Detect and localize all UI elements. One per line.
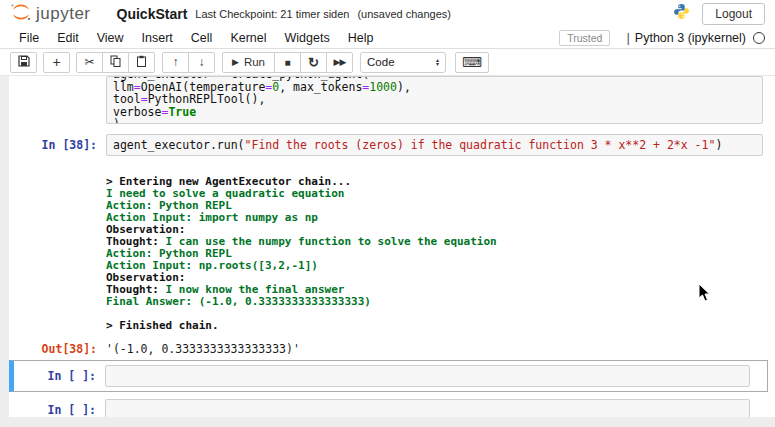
output-prompt: Out[38]: [9,338,106,356]
trusted-badge[interactable]: Trusted [559,30,610,46]
kernel-name: Python 3 (ipykernel) [635,31,746,45]
empty-cell[interactable]: In [ ]: [9,394,768,417]
plus-icon: + [52,54,60,70]
kernel-separator: | [626,30,629,45]
scissors-icon: ✂ [84,55,94,69]
selected-empty-cell[interactable]: In [ ]: [9,360,768,392]
output-area: > Entering new AgentExecutor chain... I … [9,176,775,332]
stop-icon: ■ [285,57,291,68]
arrow-up-icon: ↑ [173,55,179,69]
python-logo-icon [673,3,690,24]
stream-output-text: > Entering new AgentExecutor chain... I … [106,176,497,332]
menu-kernel[interactable]: Kernel [221,29,275,47]
clipboard-group: ✂ [76,52,155,73]
arrow-down-icon: ↓ [199,55,205,69]
paste-cell-button[interactable] [128,52,155,73]
output-result-row: Out[38]: '(-1.0, 0.3333333333333333)' [9,338,775,356]
copy-cell-button[interactable] [102,52,129,73]
fast-forward-icon: ▶▶ [334,57,346,67]
menu-help[interactable]: Help [339,29,383,47]
copy-icon [110,55,121,70]
move-cell-down-button[interactable]: ↓ [188,52,215,73]
output-result-value: '(-1.0, 0.3333333333333333)' [106,338,300,356]
select-arrows-icon: ▴▾ [436,58,439,66]
run-button[interactable]: ▶ Run [222,52,275,73]
menubar: File Edit View Insert Cell Kernel Widget… [0,27,775,49]
menu-file[interactable]: File [10,29,48,47]
cell-type-select[interactable]: Code ▴▾ [360,52,446,73]
text-segment: > Finished chain. [106,319,219,332]
empty-code-input[interactable] [105,399,750,417]
text-segment: 1000 [369,80,397,94]
input-prompt-hidden [9,76,106,80]
paste-icon [136,55,147,70]
menu-insert[interactable]: Insert [133,29,182,47]
output-line: > Finished chain. [106,320,497,332]
notebook-container: agent_executor = create_python_agent( ll… [9,76,775,417]
cell-type-value: Code [367,56,395,68]
menu-view[interactable]: View [88,29,133,47]
code-line: verbose=True [113,106,756,119]
text-segment: agent_executor.run( [113,138,245,152]
save-icon [18,55,30,70]
restart-run-all-button[interactable]: ▶▶ [326,52,353,73]
input-prompt: In [ ]: [14,365,105,383]
empty-code-input[interactable] [105,365,750,387]
menu-cell[interactable]: Cell [182,29,222,47]
input-prompt: In [38]: [9,134,106,152]
cut-cell-button[interactable]: ✂ [76,52,103,73]
text-segment: "Find the roots (zeros) if the quadratic… [245,138,716,152]
text-segment: verbose [113,105,161,119]
code-input-area[interactable]: agent_executor.run("Find the roots (zero… [106,134,763,156]
play-icon: ▶ [232,57,239,67]
text-segment: ) [715,138,722,152]
restart-icon: ↻ [308,55,319,70]
text-segment: , max_tokens [279,80,362,94]
notebook-site: agent_executor = create_python_agent( ll… [0,76,775,427]
input-prompt: In [ ]: [14,399,105,417]
cell-partial-code: agent_executor = create_python_agent( ll… [9,76,775,124]
jupyter-logo[interactable]: jupyter [10,2,91,26]
code-input-area[interactable]: agent_executor = create_python_agent( ll… [106,76,763,124]
output-line: Final Answer: (-1.0, 0.3333333333333333) [106,296,497,308]
run-label: Run [244,56,265,68]
jupyter-wordmark: jupyter [36,4,91,24]
save-button[interactable] [10,52,37,73]
notebook-title[interactable]: QuickStart [117,6,188,22]
code-line: ) [113,118,756,124]
checkpoint-status: Last Checkpoint: 21 timer siden [195,8,349,20]
menu-edit[interactable]: Edit [48,29,88,47]
interrupt-kernel-button[interactable]: ■ [274,52,301,73]
text-segment: Final Answer: (-1.0, 0.3333333333333333) [106,295,371,308]
menu-widgets[interactable]: Widgets [276,29,339,47]
move-cell-up-button[interactable]: ↑ [162,52,189,73]
jupyter-planet-icon [10,2,32,26]
run-group: ▶ Run ■ ↻ ▶▶ [222,52,353,73]
toolbar: + ✂ ↑ ↓ ▶ Run ■ ↻ [0,49,775,76]
restart-kernel-button[interactable]: ↻ [300,52,327,73]
output-prompt-empty [9,176,106,180]
cell-in38: In [38]: agent_executor.run("Find the ro… [9,134,775,156]
code-line: agent_executor.run("Find the roots (zero… [113,138,756,152]
insert-cell-below-button[interactable]: + [43,52,70,73]
cell-row: In [ ]: [14,365,767,387]
command-palette-button[interactable]: ⌨ [455,52,489,73]
kernel-idle-icon [753,32,765,44]
notebook-header: jupyter QuickStart Last Checkpoint: 21 t… [0,0,775,27]
code-line: tool=PythonREPLTool(), [113,93,756,106]
move-cell-group: ↑ ↓ [162,52,215,73]
text-segment: True [168,105,196,119]
text-segment: ) [113,117,120,124]
unsaved-changes-status: (unsaved changes) [357,8,451,20]
keyboard-icon: ⌨ [462,54,482,70]
text-segment: ), [397,80,411,94]
logout-button[interactable]: Logout [702,3,765,25]
cell-row: In [ ]: [14,399,767,417]
